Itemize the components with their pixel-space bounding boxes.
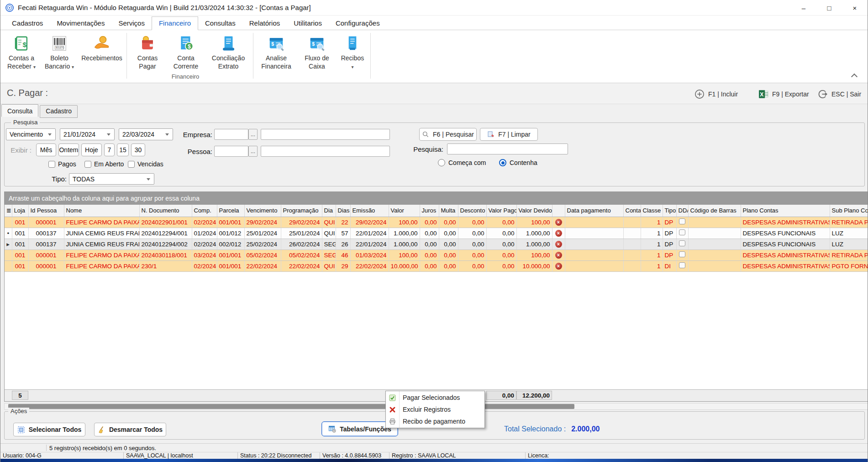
table-row[interactable]: 001000001FELIPE CARMO DA PAIXAO230/102/2… [5, 260, 868, 271]
cancel-circle-icon[interactable]: × [555, 219, 562, 226]
quick-hoje-button[interactable]: Hoje [81, 143, 102, 156]
menu-movimentacoes[interactable]: Movimentações [50, 17, 111, 30]
scrollbar-thumb[interactable] [8, 404, 574, 409]
em-aberto-checkbox[interactable]: Em Aberto [84, 160, 124, 168]
tab-cadastro[interactable]: Cadastro [40, 105, 78, 118]
ribbon-contas-pagar-button[interactable]: Contas Pagar [129, 33, 166, 70]
col-header-sel[interactable]: ≣ [5, 205, 12, 217]
minimize-button[interactable]: – [791, 0, 816, 16]
col-header-dias[interactable]: Dias [336, 205, 350, 217]
field-selector-dropdown[interactable]: Vencimento [6, 128, 56, 140]
incluir-button[interactable]: F1 | Incluir [694, 88, 738, 101]
cancel-circle-icon[interactable]: × [555, 230, 562, 237]
menu-utilitarios[interactable]: Utilitarios [287, 17, 329, 30]
pagos-checkbox[interactable]: Pagos [48, 160, 76, 168]
menu-consultas[interactable]: Consultas [198, 17, 242, 30]
col-header-venc[interactable]: Vencimento [244, 205, 281, 217]
col-header-plano[interactable]: Plano Contas [741, 205, 830, 217]
dda-checkbox[interactable] [679, 218, 685, 224]
col-header-emissao[interactable]: Emissão [350, 205, 389, 217]
menu-cadastros[interactable]: Cadastros [5, 17, 50, 30]
prog-cell: 22/02/2024 [281, 260, 322, 271]
empresa-name-input[interactable] [261, 129, 390, 140]
sair-button[interactable]: ESC | Sair [818, 88, 861, 101]
pesquisa-input[interactable] [447, 143, 568, 154]
limpar-button[interactable]: F7 | Limpar [480, 128, 538, 141]
cancel-circle-icon[interactable]: × [555, 263, 562, 270]
table-row[interactable]: ▸001000137JUNIA CEMIG REUS FRANCA2024012… [5, 239, 868, 250]
col-header-codbarras[interactable]: Código de Barras [688, 205, 741, 217]
cancel-circle-icon[interactable]: × [555, 241, 562, 248]
col-header-parcela[interactable]: Parcela [217, 205, 244, 217]
dda-checkbox[interactable] [679, 262, 685, 268]
exportar-button[interactable]: X F9 | Exportar [758, 88, 809, 101]
quick-7-button[interactable]: 7 [104, 143, 115, 156]
comeca-com-radio[interactable]: Começa com [438, 159, 486, 166]
dda-checkbox[interactable] [679, 229, 685, 235]
col-header-subplano[interactable]: Sub Plano Cont [830, 205, 868, 217]
table-row[interactable]: •001000137JUNIA CEMIG REUS FRANCA2024012… [5, 228, 868, 239]
col-header-xicon[interactable] [552, 205, 565, 217]
vencidas-checkbox[interactable]: Vencidas [128, 160, 163, 168]
tab-consulta[interactable]: Consulta [1, 104, 38, 117]
quick-ontem-button[interactable]: Ontem [58, 143, 79, 156]
col-header-idpessoa[interactable]: Id Pessoa [28, 205, 64, 217]
dda-checkbox[interactable] [679, 251, 685, 257]
ribbon-collapse-chevron-icon[interactable] [852, 73, 857, 77]
col-header-dda[interactable]: DDA [676, 205, 688, 217]
col-header-ndoc[interactable]: N. Documento [139, 205, 192, 217]
dda-checkbox[interactable] [679, 240, 685, 246]
pessoa-code-input[interactable] [214, 146, 248, 157]
menu-configuracoes[interactable]: Configurações [329, 17, 387, 30]
col-header-prog[interactable]: Programação [281, 205, 322, 217]
col-header-conta[interactable]: Conta [623, 205, 641, 217]
selecionar-todos-button[interactable]: Selecionar Todos [13, 423, 85, 436]
ribbon-conta-corrente-button[interactable]: $ Conta Corrente [166, 33, 205, 70]
menu-item-excluir-registros[interactable]: Excluir Registros [386, 404, 484, 415]
col-header-vpago[interactable]: Valor Pago [486, 205, 516, 217]
contenha-radio[interactable]: Contenha [499, 159, 537, 166]
col-header-desconto[interactable]: Desconto [458, 205, 486, 217]
quick-mes-button[interactable]: Mês [36, 143, 56, 156]
col-header-datapag[interactable]: Data pagamento [565, 205, 623, 217]
close-button[interactable]: × [842, 0, 868, 16]
col-header-comp[interactable]: Comp. [192, 205, 217, 217]
empresa-lookup-button[interactable]: ... [248, 129, 258, 140]
menu-financeiro[interactable]: Financeiro [152, 16, 198, 30]
quick-30-button[interactable]: 30 [131, 143, 145, 156]
table-row[interactable]: 001000001FELIPE CARMO DA PAIXAO202403011… [5, 250, 868, 260]
empresa-code-input[interactable] [214, 129, 248, 140]
col-header-dia[interactable]: Dia [322, 205, 336, 217]
pesquisar-button[interactable]: F6 | Pesquisar [419, 128, 477, 141]
ribbon-recibos-button[interactable]: Recibos ▾ [337, 33, 368, 71]
tipo-dropdown[interactable]: TODAS [69, 173, 154, 185]
menu-item-recibo-pagamento[interactable]: Recibo de pagamento [386, 415, 484, 427]
menu-item-pagar-selecionados[interactable]: Pagar Selecionados [386, 392, 484, 404]
date-to-dropdown[interactable]: 22/03/2024 [119, 128, 173, 140]
col-header-nome[interactable]: Nome [64, 205, 139, 217]
ribbon-analise-financeira-button[interactable]: $ Analise Financeira [255, 33, 297, 70]
maximize-button[interactable]: □ [816, 0, 842, 16]
col-header-valor[interactable]: Valor [389, 205, 420, 217]
ribbon-contas-a-receber-button[interactable]: $ Contas a Receber ▾ [3, 33, 40, 71]
menu-relatorios[interactable]: Relatórios [242, 17, 287, 30]
date-from-dropdown[interactable]: 21/01/2024 [60, 128, 115, 140]
col-header-juros[interactable]: Juros [420, 205, 439, 217]
cancel-circle-icon[interactable]: × [555, 252, 562, 259]
pessoa-lookup-button[interactable]: ... [248, 146, 258, 157]
group-by-bar[interactable]: Arraste um cabeçalho da coluna aqui para… [5, 192, 868, 205]
col-header-classe[interactable]: Classe [641, 205, 663, 217]
quick-15-button[interactable]: 15 [117, 143, 129, 156]
table-row[interactable]: 001000001FELIPE CARMO DA PAIXAO202402290… [5, 217, 868, 228]
col-header-tipo[interactable]: Tipo [663, 205, 676, 217]
ribbon-conciliacao-extrato-button[interactable]: Conciliação Extrato [205, 33, 251, 70]
ribbon-fluxo-caixa-button[interactable]: $ Fluxo de Caixa [297, 33, 337, 70]
col-header-multa[interactable]: Multa [439, 205, 458, 217]
col-header-loja[interactable]: Loja [12, 205, 28, 217]
ribbon-boleto-bancario-button[interactable]: BOLETO Boleto Bancario ▾ [40, 33, 79, 71]
ribbon-recebimentos-button[interactable]: Recebimentos [79, 33, 125, 62]
pessoa-name-input[interactable] [261, 146, 390, 157]
menu-servicos[interactable]: Serviços [111, 17, 152, 30]
col-header-vdevido[interactable]: Valor Devido [516, 205, 552, 217]
desmarcar-todos-button[interactable]: Desmarcar Todos [94, 423, 166, 436]
